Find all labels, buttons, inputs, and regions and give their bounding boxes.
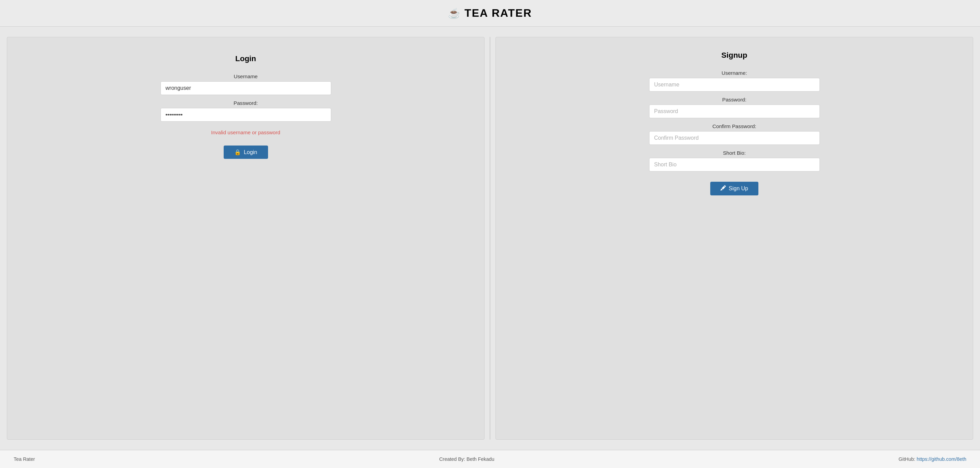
login-button[interactable]: 🔒 Login: [224, 145, 268, 159]
login-username-group: Username: [161, 73, 331, 95]
login-password-label: Password:: [161, 100, 331, 106]
signup-confirm-password-label: Confirm Password:: [649, 123, 820, 129]
footer-github-link[interactable]: https://github.com/8eth: [916, 456, 966, 462]
footer-created-by: Created By: Beth Fekadu: [439, 456, 495, 462]
signup-short-bio-group: Short Bio:: [649, 150, 820, 172]
tea-icon: ☕: [448, 8, 461, 19]
signup-confirm-password-group: Confirm Password:: [649, 123, 820, 145]
lock-icon: 🔒: [234, 149, 241, 156]
login-username-input[interactable]: [161, 81, 331, 95]
signup-short-bio-label: Short Bio:: [649, 150, 820, 156]
app-title-text: TEA RATER: [465, 7, 532, 19]
signup-password-label: Password:: [649, 97, 820, 102]
signup-panel: Signup Username: Password: Confirm Passw…: [495, 37, 973, 439]
signup-password-group: Password:: [649, 97, 820, 118]
login-username-label: Username: [161, 73, 331, 79]
footer-app-name: Tea Rater: [14, 456, 35, 462]
signup-title: Signup: [722, 51, 748, 60]
main-content: Login Username Password: Invalid usernam…: [0, 27, 980, 450]
login-password-input[interactable]: [161, 108, 331, 122]
edit-icon: [721, 185, 726, 192]
app-header: ☕ TEA RATER: [0, 0, 980, 27]
login-button-label: Login: [244, 149, 257, 156]
app-title: ☕ TEA RATER: [0, 7, 980, 19]
signup-username-label: Username:: [649, 70, 820, 76]
signup-username-input[interactable]: [649, 78, 820, 92]
login-error-message: Invalid username or password: [211, 129, 280, 135]
signup-button[interactable]: Sign Up: [710, 182, 758, 196]
signup-username-group: Username:: [649, 70, 820, 92]
footer-github: GitHub: https://github.com/8eth: [899, 456, 966, 462]
app-footer: Tea Rater Created By: Beth Fekadu GitHub…: [0, 450, 980, 468]
panel-divider: [490, 37, 490, 439]
login-title: Login: [235, 54, 256, 63]
signup-confirm-password-input[interactable]: [649, 131, 820, 145]
signup-button-label: Sign Up: [729, 186, 748, 192]
signup-short-bio-input[interactable]: [649, 158, 820, 172]
login-panel: Login Username Password: Invalid usernam…: [7, 37, 485, 439]
footer-github-label: GitHub:: [899, 456, 915, 462]
signup-password-input[interactable]: [649, 105, 820, 118]
login-password-group: Password:: [161, 100, 331, 122]
